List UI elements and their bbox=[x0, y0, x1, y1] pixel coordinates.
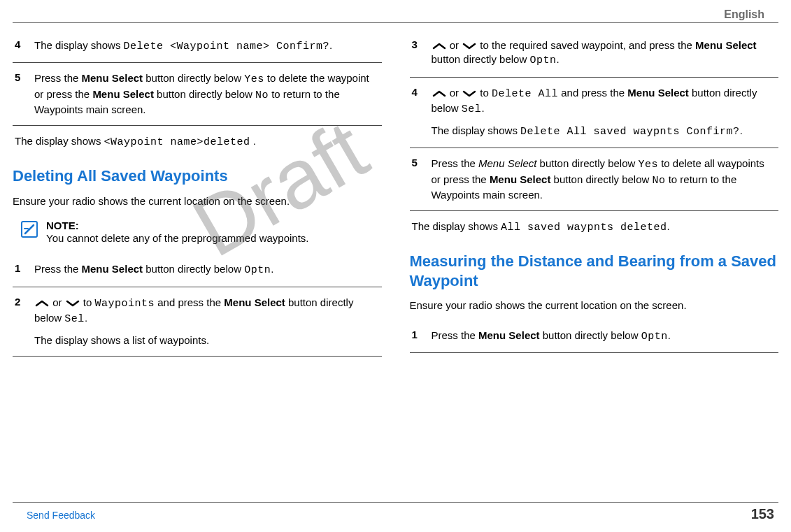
page-number: 153 bbox=[751, 506, 774, 522]
header-language: English bbox=[724, 8, 764, 20]
result-text: The display shows All saved waypnts dele… bbox=[410, 211, 779, 243]
text: . bbox=[85, 312, 87, 324]
step-5-right: 5 Press the Menu Select button directly … bbox=[410, 148, 779, 211]
text: . bbox=[667, 220, 670, 232]
code-text: Waypoints bbox=[95, 298, 155, 310]
code-text: Yes bbox=[244, 73, 264, 85]
text: button directly below bbox=[432, 53, 530, 65]
code-text: No bbox=[255, 89, 269, 101]
text: and press the bbox=[558, 87, 627, 99]
text: The display shows bbox=[15, 135, 104, 147]
step-number: 1 bbox=[15, 262, 27, 278]
step-5-left: 5 Press the Menu Select button directly … bbox=[13, 63, 382, 126]
code-text: Delete <Waypoint name> Confirm? bbox=[124, 41, 330, 52]
code-text: Sel bbox=[64, 313, 85, 325]
step-3-right: 3 or to the required saved waypoint, and… bbox=[410, 30, 779, 78]
step-number: 5 bbox=[412, 157, 425, 202]
step-number: 4 bbox=[412, 86, 425, 140]
step-body: Press the Menu Select button directly be… bbox=[34, 71, 380, 117]
send-feedback-link[interactable]: Send Feedback bbox=[17, 510, 95, 521]
step-number: 1 bbox=[412, 329, 425, 344]
code-text: Optn bbox=[641, 331, 668, 343]
note-label: NOTE: bbox=[46, 220, 309, 231]
note-box: NOTE: You cannot delete any of the prepr… bbox=[13, 215, 382, 254]
step-number: 3 bbox=[412, 38, 425, 69]
text: Press the bbox=[34, 72, 82, 84]
chevron-down-icon bbox=[462, 89, 477, 98]
note-content: NOTE: You cannot delete any of the prepr… bbox=[46, 220, 309, 245]
step-1-left: 1 Press the Menu Select button directly … bbox=[13, 254, 382, 287]
bold-text: Menu Select bbox=[82, 263, 143, 275]
code-text: All saved waypnts deleted bbox=[501, 222, 667, 233]
text: . bbox=[556, 53, 559, 65]
section-heading: Measuring the Distance and Bearing from … bbox=[410, 243, 779, 294]
text: button directly below bbox=[143, 72, 244, 84]
step-body: Press the Menu Select button directly be… bbox=[34, 262, 380, 278]
step-number: 2 bbox=[15, 296, 27, 348]
text: button directly below bbox=[540, 329, 641, 341]
code-text: Yes bbox=[639, 159, 659, 171]
step-4-left: 4 The display shows Delete <Waypoint nam… bbox=[13, 30, 382, 63]
text: . bbox=[329, 39, 332, 51]
code-text: <Waypoint name>deleted bbox=[104, 136, 250, 148]
text: The display shows bbox=[432, 124, 521, 136]
text: button directly below bbox=[550, 173, 652, 185]
chevron-up-icon bbox=[432, 42, 447, 50]
bold-text: Menu Select bbox=[82, 72, 143, 84]
code-text: Optn bbox=[529, 55, 556, 66]
step-body: Press the Menu Select button directly be… bbox=[432, 329, 777, 344]
text: The display shows bbox=[34, 39, 124, 51]
step-4-right: 4 or to Delete All and press the Menu Se… bbox=[410, 78, 779, 149]
chevron-down-icon bbox=[462, 42, 477, 50]
step-1-right: 1 Press the Menu Select button directly … bbox=[410, 320, 779, 353]
section-intro: Ensure your radio shows the current loca… bbox=[410, 294, 779, 319]
code-text: Delete All saved waypnts Confirm? bbox=[520, 126, 740, 138]
step-2-left: 2 or to Waypoints and press the Menu Sel… bbox=[13, 287, 382, 357]
bold-text: Menu Select bbox=[695, 39, 757, 51]
text: . bbox=[481, 102, 484, 114]
step-number: 5 bbox=[15, 71, 27, 117]
text: . bbox=[271, 263, 273, 275]
text: . bbox=[250, 135, 256, 147]
step-body: The display shows Delete <Waypoint name>… bbox=[34, 38, 380, 54]
text: or bbox=[447, 87, 462, 99]
step-body: or to the required saved waypoint, and p… bbox=[432, 38, 777, 69]
text: or bbox=[50, 296, 65, 308]
bold-text: Menu Select bbox=[627, 87, 689, 99]
right-column: 3 or to the required saved waypoint, and… bbox=[410, 30, 779, 357]
step-body: Press the Menu Select button directly be… bbox=[432, 157, 777, 202]
text: button directly below bbox=[154, 88, 255, 100]
section-heading: Deleting All Saved Waypoints bbox=[13, 158, 382, 190]
bold-text: Menu Select bbox=[92, 88, 154, 100]
code-text: Optn bbox=[244, 264, 271, 276]
code-text: Sel bbox=[462, 103, 482, 115]
text: The display shows bbox=[412, 220, 501, 232]
text: . bbox=[740, 124, 743, 136]
bold-text: Menu Select bbox=[490, 173, 551, 185]
header-bar: English bbox=[13, 0, 778, 23]
text: and press the bbox=[155, 296, 224, 308]
text: Press the bbox=[432, 329, 479, 341]
text: to bbox=[477, 87, 492, 99]
chevron-down-icon bbox=[65, 299, 80, 308]
text: or bbox=[447, 39, 462, 51]
text: Press the bbox=[34, 263, 82, 275]
text: . bbox=[668, 329, 671, 341]
note-icon bbox=[20, 220, 39, 245]
footer: Send Feedback 153 bbox=[0, 501, 791, 522]
bold-text: Menu Select bbox=[224, 296, 285, 308]
text: The display shows a list of waypoints. bbox=[34, 333, 380, 347]
chevron-up-icon bbox=[432, 89, 447, 98]
text: to the required saved waypoint, and pres… bbox=[477, 39, 695, 51]
chevron-up-icon bbox=[34, 299, 50, 308]
bold-text: Menu Select bbox=[478, 329, 540, 341]
text: button directly below bbox=[143, 263, 244, 275]
text: Press the bbox=[432, 157, 479, 169]
step-number: 4 bbox=[15, 38, 27, 54]
step-body: or to Delete All and press the Menu Sele… bbox=[432, 86, 777, 140]
step-body: or to Waypoints and press the Menu Selec… bbox=[34, 296, 380, 348]
left-column: 4 The display shows Delete <Waypoint nam… bbox=[13, 30, 382, 357]
note-text: You cannot delete any of the preprogramm… bbox=[46, 231, 309, 245]
section-intro: Ensure your radio shows the current loca… bbox=[13, 190, 382, 215]
code-text: Delete All bbox=[492, 88, 558, 100]
